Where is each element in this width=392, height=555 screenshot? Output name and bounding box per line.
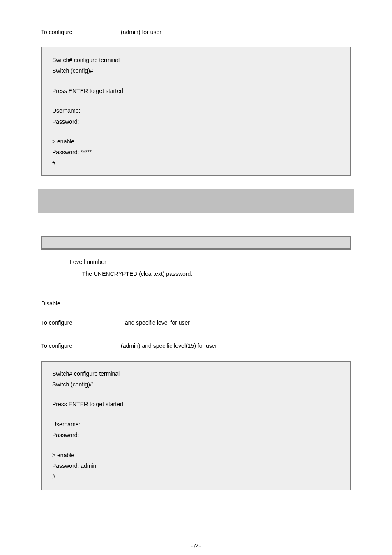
code-1-line-7: Password: ***** — [52, 148, 340, 157]
gap-1 — [41, 281, 351, 297]
gap-2 — [41, 310, 351, 319]
code-2-line-7: Password: admin — [52, 461, 340, 470]
intro-line-3: To configure (admin) and specific level(… — [41, 342, 351, 349]
code-2-blank-1 — [52, 391, 340, 398]
code-2-line-4: Username: — [52, 420, 340, 429]
code-1-line-3: Press ENTER to get started — [52, 86, 340, 95]
code-1-line-6: > enable — [52, 137, 340, 146]
intro-3-part-2: (admin) and specific level(15) for user — [121, 342, 217, 349]
section-heading-bar — [38, 189, 354, 213]
intro-line-2: To configure and specific level for user — [41, 319, 351, 326]
code-1-line-2: Switch (config)# — [52, 66, 340, 75]
disable-line: Disable — [41, 298, 351, 309]
code-1-line-4: Username: — [52, 106, 340, 115]
page-number: -74- — [0, 543, 392, 549]
code-2-blank-2 — [52, 411, 340, 418]
code-1-blank-2 — [52, 97, 340, 104]
intro-1-part-2: (admin) for user — [121, 29, 161, 35]
code-block-1: Switch# configure terminal Switch (confi… — [41, 47, 351, 176]
code-2-line-2: Switch (config)# — [52, 380, 340, 389]
code-1-blank-1 — [52, 77, 340, 85]
intro-1-part-1: To configure — [41, 29, 72, 35]
gap-3 — [41, 333, 351, 342]
intro-2-part-2: and specific level for user — [125, 319, 190, 326]
code-2-line-3: Press ENTER to get started — [52, 400, 340, 409]
desc-level-number: Leve l number — [41, 257, 351, 267]
code-1-blank-3 — [52, 128, 340, 135]
code-1-line-8: # — [52, 159, 340, 168]
intro-3-part-1: To configure — [41, 342, 72, 349]
code-2-line-1: Switch# configure terminal — [52, 369, 340, 378]
desc-password: The UNENCRYPTED (cleartext) password. — [41, 269, 351, 279]
code-1-line-5: Password: — [52, 117, 340, 126]
code-2-line-8: # — [52, 472, 340, 481]
code-1-line-1: Switch# configure terminal — [52, 56, 340, 65]
intro-2-part-1: To configure — [41, 319, 72, 326]
code-2-blank-3 — [52, 442, 340, 449]
code-2-line-6: > enable — [52, 451, 340, 460]
code-2-line-5: Password: — [52, 430, 340, 439]
intro-line-1: To configure (admin) for user — [41, 29, 351, 35]
code-block-2: Switch# configure terminal Switch (confi… — [41, 361, 351, 490]
syntax-bar — [41, 236, 351, 250]
document-page: To configure (admin) for user Switch# co… — [0, 0, 392, 555]
